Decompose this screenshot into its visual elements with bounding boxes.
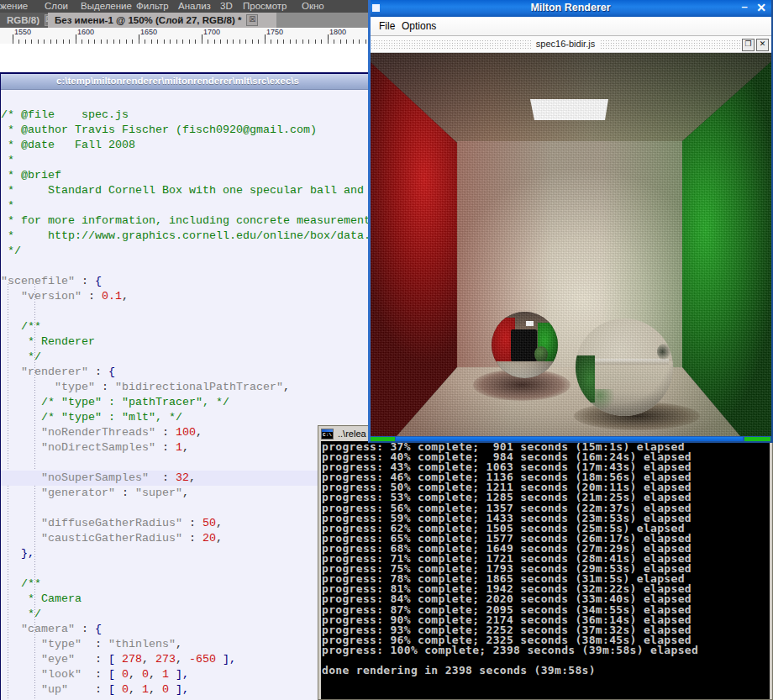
code-token: "renderer" <box>21 366 88 378</box>
console-title: ..\relea <box>338 429 366 439</box>
code-token: "version" <box>21 290 82 303</box>
close-icon[interactable]: ✕ <box>756 39 769 51</box>
code-token: : <box>95 381 115 393</box>
code-token: -650 <box>189 653 216 666</box>
code-token: "generator" <box>41 487 115 499</box>
menu-item-layer[interactable]: Слои <box>45 1 68 11</box>
code-token: : <box>82 668 108 681</box>
code-token: /* @file spec.js <box>1 108 129 121</box>
ruler-label: 1550 <box>14 28 31 36</box>
code-token: , <box>196 426 202 439</box>
progress-segment-middle <box>396 437 743 441</box>
menu-item-file[interactable]: File <box>379 20 395 32</box>
ruler-label: 1650 <box>140 28 157 36</box>
code-token <box>1 441 41 454</box>
code-token: , <box>283 381 290 393</box>
code-token: * http://www.graphics.cornell.edu/online… <box>1 229 377 242</box>
menu-item-image[interactable]: жение <box>0 1 28 11</box>
ruler-label: 1750 <box>266 28 283 36</box>
menu-item-3d[interactable]: 3D <box>220 1 233 11</box>
code-token: : <box>182 517 202 529</box>
code-token <box>1 547 21 560</box>
code-token: 278 <box>122 653 142 666</box>
code-token: * <box>1 199 14 212</box>
code-token: , <box>176 638 182 650</box>
code-token <box>1 577 21 590</box>
console-line: done rendering in 2398 seconds (39m:58s) <box>322 666 698 676</box>
code-token: 32 <box>176 471 189 484</box>
close-icon[interactable]: ✕ <box>755 1 768 14</box>
code-token: , <box>142 653 155 666</box>
close-icon[interactable]: ☒ <box>246 14 258 26</box>
restore-icon[interactable]: ❐ <box>742 39 755 51</box>
code-token: ], <box>216 653 236 666</box>
menu-item-filter[interactable]: Фильтр <box>136 1 169 11</box>
mdi-child-titlebar[interactable]: spec16-bidir.js ❐ ✕ <box>368 36 773 53</box>
code-token: { <box>95 623 102 635</box>
code-token: 0 <box>122 683 129 696</box>
code-token: "noSuperSamples" <box>41 471 149 484</box>
code-token <box>1 320 21 333</box>
code-token: 0 <box>162 683 169 696</box>
progress-segment-left <box>368 437 395 441</box>
code-token: [ <box>108 683 122 696</box>
code-token: * @author Travis Fischer (fisch0920@gmai… <box>1 124 317 136</box>
milton-titlebar[interactable]: Milton Renderer – ✕ <box>368 0 773 17</box>
code-token <box>1 683 41 696</box>
code-token: [ <box>108 668 122 681</box>
code-token: 20 <box>202 532 216 545</box>
code-token: { <box>108 366 115 378</box>
code-token: "type" <box>55 381 95 393</box>
menu-item-select[interactable]: Выделение <box>81 1 132 11</box>
code-token <box>1 638 41 650</box>
code-token <box>1 653 41 666</box>
code-token: : <box>75 275 95 287</box>
menu-item-view[interactable]: Просмотр <box>243 1 287 11</box>
code-token: "causticGatherRadius" <box>41 532 182 545</box>
code-token: , <box>149 683 162 696</box>
menu-item-window[interactable]: Окно <box>302 1 324 11</box>
code-token: /* "type" : "pathTracer", */ <box>41 396 229 408</box>
code-token: , <box>189 471 196 484</box>
render-noise-overlay <box>371 53 771 436</box>
code-token <box>1 623 21 635</box>
minimize-icon[interactable]: – <box>739 3 750 14</box>
milton-menubar: File Options <box>368 17 773 36</box>
code-token: /** <box>21 577 41 590</box>
code-token: : <box>115 487 135 499</box>
document-tab-active[interactable]: Без имени-1 @ 150% (Слой 27, RGB/8) * ☒ <box>48 13 276 28</box>
code-token: 100 <box>176 426 196 439</box>
code-token: 0 <box>142 668 149 681</box>
code-token: */ <box>1 608 41 620</box>
console-output[interactable]: progress: 37% complete; 901 seconds (15m… <box>321 441 770 699</box>
code-token <box>1 668 41 681</box>
code-token <box>1 532 41 545</box>
editor-file-path: c:\temp\miltonrenderer\miltonrenderer\ml… <box>56 76 299 86</box>
code-token: 50 <box>202 517 216 529</box>
code-token: : <box>149 471 176 484</box>
code-token: */ <box>1 350 41 363</box>
code-token: * Standard Cornell Box with one specular… <box>1 184 377 197</box>
ruler-label: 1700 <box>203 28 220 36</box>
document-tab[interactable]: RGB/8) ☒ <box>0 13 48 28</box>
code-token: : <box>75 623 95 635</box>
menu-item-options[interactable]: Options <box>402 20 436 32</box>
milton-renderer-window: Milton Renderer – ✕ File Options spec16-… <box>368 0 773 443</box>
code-token <box>1 471 41 484</box>
code-token: , <box>182 487 189 499</box>
code-token: , <box>122 290 129 303</box>
code-token: 0 <box>122 668 129 681</box>
console-line: progress: 100% complete; 2398 seconds (3… <box>322 645 698 655</box>
rendered-image[interactable] <box>371 53 771 436</box>
menu-item-analysis[interactable]: Анализ <box>178 1 211 11</box>
code-token: * for more information, including concre… <box>1 214 371 227</box>
code-token: * <box>1 154 14 166</box>
code-token: "bidirectionalPathTracer" <box>115 381 283 393</box>
code-token: 0.1 <box>102 290 122 303</box>
code-token: }, <box>21 547 34 560</box>
code-token: , <box>176 653 189 666</box>
code-token: * @brief <box>1 169 61 182</box>
code-token: 273 <box>155 653 176 666</box>
code-token: , <box>182 441 189 454</box>
mdi-child-title-text: spec16-bidir.js <box>531 39 600 49</box>
